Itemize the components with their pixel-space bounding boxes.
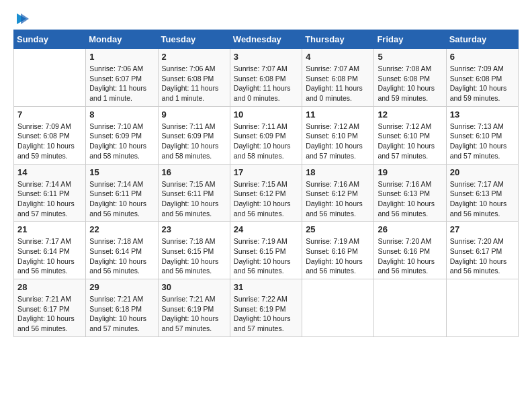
day-number: 11: [306, 109, 370, 120]
calendar-cell: 2Sunrise: 7:06 AMSunset: 6:08 PMDaylight…: [158, 49, 230, 107]
day-number: 23: [162, 224, 226, 234]
calendar-cell: 24Sunrise: 7:19 AMSunset: 6:15 PMDayligh…: [230, 222, 302, 279]
weekday-header-wednesday: Wednesday: [230, 30, 302, 49]
day-number: 5: [378, 52, 442, 62]
day-number: 29: [89, 282, 154, 292]
day-info: Sunrise: 7:07 AMSunset: 6:08 PMDaylight:…: [234, 64, 298, 103]
day-info: Sunrise: 7:17 AMSunset: 6:14 PMDaylight:…: [17, 236, 82, 276]
calendar-cell: [14, 49, 86, 107]
day-number: 27: [450, 224, 515, 234]
day-number: 7: [17, 109, 82, 120]
day-info: Sunrise: 7:08 AMSunset: 6:08 PMDaylight:…: [378, 64, 442, 103]
calendar-cell: 13Sunrise: 7:13 AMSunset: 6:10 PMDayligh…: [446, 106, 518, 164]
calendar-cell: 20Sunrise: 7:17 AMSunset: 6:13 PMDayligh…: [446, 164, 518, 222]
calendar-cell: 29Sunrise: 7:21 AMSunset: 6:18 PMDayligh…: [86, 279, 158, 337]
calendar-cell: 30Sunrise: 7:21 AMSunset: 6:19 PMDayligh…: [158, 279, 230, 337]
day-info: Sunrise: 7:09 AMSunset: 6:08 PMDaylight:…: [17, 122, 82, 161]
day-number: 21: [17, 224, 82, 234]
day-number: 19: [378, 167, 442, 177]
day-number: 22: [89, 224, 154, 234]
day-info: Sunrise: 7:12 AMSunset: 6:10 PMDaylight:…: [306, 122, 370, 161]
calendar-cell: 14Sunrise: 7:14 AMSunset: 6:11 PMDayligh…: [14, 164, 86, 222]
day-info: Sunrise: 7:21 AMSunset: 6:17 PMDaylight:…: [17, 294, 82, 334]
calendar-cell: 9Sunrise: 7:11 AMSunset: 6:09 PMDaylight…: [158, 106, 230, 164]
page-header: [13, 13, 519, 23]
calendar-cell: 6Sunrise: 7:09 AMSunset: 6:08 PMDaylight…: [446, 49, 518, 107]
weekday-header-monday: Monday: [86, 30, 158, 49]
day-number: 14: [17, 167, 82, 177]
day-number: 25: [306, 224, 370, 234]
day-info: Sunrise: 7:06 AMSunset: 6:08 PMDaylight:…: [162, 64, 226, 103]
calendar-cell: 28Sunrise: 7:21 AMSunset: 6:17 PMDayligh…: [14, 279, 86, 337]
logo-icon: [14, 12, 29, 26]
day-info: Sunrise: 7:13 AMSunset: 6:10 PMDaylight:…: [450, 122, 515, 161]
calendar-cell: 19Sunrise: 7:16 AMSunset: 6:13 PMDayligh…: [374, 164, 446, 222]
day-number: 9: [162, 109, 226, 120]
calendar-cell: [374, 279, 446, 337]
calendar-table: SundayMondayTuesdayWednesdayThursdayFrid…: [13, 30, 519, 337]
day-number: 4: [306, 52, 370, 62]
calendar-cell: 10Sunrise: 7:11 AMSunset: 6:09 PMDayligh…: [230, 106, 302, 164]
weekday-header-thursday: Thursday: [302, 30, 374, 49]
calendar-cell: 23Sunrise: 7:18 AMSunset: 6:15 PMDayligh…: [158, 222, 230, 279]
calendar-cell: 11Sunrise: 7:12 AMSunset: 6:10 PMDayligh…: [302, 106, 374, 164]
day-info: Sunrise: 7:19 AMSunset: 6:15 PMDaylight:…: [234, 236, 298, 276]
day-number: 31: [234, 282, 298, 292]
calendar-cell: 25Sunrise: 7:19 AMSunset: 6:16 PMDayligh…: [302, 222, 374, 279]
day-info: Sunrise: 7:14 AMSunset: 6:11 PMDaylight:…: [17, 179, 82, 219]
calendar-cell: 12Sunrise: 7:12 AMSunset: 6:10 PMDayligh…: [374, 106, 446, 164]
day-info: Sunrise: 7:12 AMSunset: 6:10 PMDaylight:…: [378, 122, 442, 161]
calendar-cell: [302, 279, 374, 337]
calendar-cell: 27Sunrise: 7:20 AMSunset: 6:17 PMDayligh…: [446, 222, 518, 279]
day-number: 28: [17, 282, 82, 292]
day-number: 17: [234, 167, 298, 177]
calendar-cell: 26Sunrise: 7:20 AMSunset: 6:16 PMDayligh…: [374, 222, 446, 279]
day-info: Sunrise: 7:22 AMSunset: 6:19 PMDaylight:…: [234, 294, 298, 334]
calendar-header: SundayMondayTuesdayWednesdayThursdayFrid…: [14, 30, 519, 49]
day-number: 20: [450, 167, 515, 177]
day-number: 1: [89, 52, 154, 62]
calendar-cell: 31Sunrise: 7:22 AMSunset: 6:19 PMDayligh…: [230, 279, 302, 337]
day-info: Sunrise: 7:07 AMSunset: 6:08 PMDaylight:…: [306, 64, 370, 103]
weekday-header-saturday: Saturday: [446, 30, 518, 49]
day-number: 16: [162, 167, 226, 177]
day-number: 30: [162, 282, 226, 292]
day-info: Sunrise: 7:20 AMSunset: 6:16 PMDaylight:…: [378, 236, 442, 276]
day-number: 24: [234, 224, 298, 234]
calendar-cell: 22Sunrise: 7:18 AMSunset: 6:14 PMDayligh…: [86, 222, 158, 279]
day-number: 3: [234, 52, 298, 62]
day-info: Sunrise: 7:11 AMSunset: 6:09 PMDaylight:…: [234, 122, 298, 161]
logo: [13, 13, 29, 23]
day-info: Sunrise: 7:10 AMSunset: 6:09 PMDaylight:…: [89, 122, 154, 161]
day-info: Sunrise: 7:16 AMSunset: 6:12 PMDaylight:…: [306, 179, 370, 219]
calendar-cell: 5Sunrise: 7:08 AMSunset: 6:08 PMDaylight…: [374, 49, 446, 107]
calendar-cell: 8Sunrise: 7:10 AMSunset: 6:09 PMDaylight…: [86, 106, 158, 164]
day-info: Sunrise: 7:21 AMSunset: 6:19 PMDaylight:…: [162, 294, 226, 334]
calendar-cell: 1Sunrise: 7:06 AMSunset: 6:07 PMDaylight…: [86, 49, 158, 107]
day-info: Sunrise: 7:18 AMSunset: 6:15 PMDaylight:…: [162, 236, 226, 276]
weekday-header-sunday: Sunday: [14, 30, 86, 49]
day-number: 18: [306, 167, 370, 177]
day-info: Sunrise: 7:11 AMSunset: 6:09 PMDaylight:…: [162, 122, 226, 161]
day-number: 8: [89, 109, 154, 120]
day-number: 13: [450, 109, 515, 120]
day-number: 12: [378, 109, 442, 120]
day-info: Sunrise: 7:09 AMSunset: 6:08 PMDaylight:…: [450, 64, 515, 103]
day-number: 10: [234, 109, 298, 120]
day-number: 26: [378, 224, 442, 234]
weekday-header-tuesday: Tuesday: [158, 30, 230, 49]
day-info: Sunrise: 7:21 AMSunset: 6:18 PMDaylight:…: [89, 294, 154, 334]
day-info: Sunrise: 7:06 AMSunset: 6:07 PMDaylight:…: [89, 64, 154, 103]
day-info: Sunrise: 7:16 AMSunset: 6:13 PMDaylight:…: [378, 179, 442, 219]
calendar-cell: 18Sunrise: 7:16 AMSunset: 6:12 PMDayligh…: [302, 164, 374, 222]
day-info: Sunrise: 7:18 AMSunset: 6:14 PMDaylight:…: [89, 236, 154, 276]
calendar-cell: 21Sunrise: 7:17 AMSunset: 6:14 PMDayligh…: [14, 222, 86, 279]
day-number: 2: [162, 52, 226, 62]
day-info: Sunrise: 7:15 AMSunset: 6:11 PMDaylight:…: [162, 179, 226, 219]
calendar-cell: 17Sunrise: 7:15 AMSunset: 6:12 PMDayligh…: [230, 164, 302, 222]
calendar-cell: 7Sunrise: 7:09 AMSunset: 6:08 PMDaylight…: [14, 106, 86, 164]
calendar-cell: [446, 279, 518, 337]
day-info: Sunrise: 7:14 AMSunset: 6:11 PMDaylight:…: [89, 179, 154, 219]
day-info: Sunrise: 7:15 AMSunset: 6:12 PMDaylight:…: [234, 179, 298, 219]
calendar-cell: 3Sunrise: 7:07 AMSunset: 6:08 PMDaylight…: [230, 49, 302, 107]
